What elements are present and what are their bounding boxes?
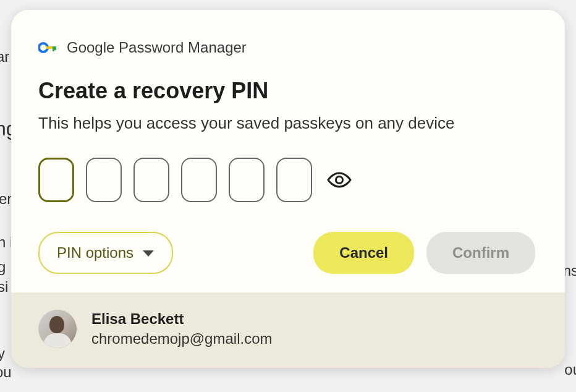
background-text: ou <box>0 364 12 381</box>
background-text: er <box>0 190 12 208</box>
pin-options-label: PIN options <box>57 244 133 262</box>
pin-digit-5[interactable] <box>229 158 265 202</box>
dialog-subtitle: This helps you access your saved passkey… <box>38 114 535 133</box>
user-info: Elisa Beckett chromedemojp@gmail.com <box>91 310 272 347</box>
background-text: y <box>0 345 5 362</box>
pin-digit-1[interactable] <box>38 158 74 202</box>
svg-rect-3 <box>54 46 56 50</box>
confirm-button: Confirm <box>426 232 535 274</box>
background-text: g <box>0 258 6 276</box>
chevron-down-icon <box>142 244 155 262</box>
background-text: si <box>0 278 8 296</box>
pin-digit-6[interactable] <box>276 158 312 202</box>
pin-digit-3[interactable] <box>133 158 169 202</box>
svg-point-4 <box>336 177 343 184</box>
dialog-title: Create a recovery PIN <box>38 78 535 104</box>
svg-rect-2 <box>53 46 54 51</box>
account-footer: Elisa Beckett chromedemojp@gmail.com <box>11 292 565 368</box>
user-name: Elisa Beckett <box>91 310 272 328</box>
background-text: ou <box>564 361 576 378</box>
background-text: ar <box>0 48 9 66</box>
cancel-button[interactable]: Cancel <box>313 232 414 274</box>
pin-digit-4[interactable] <box>181 158 217 202</box>
show-pin-eye-icon[interactable] <box>326 167 352 193</box>
pin-input-row <box>38 158 535 202</box>
app-name: Google Password Manager <box>67 39 247 56</box>
dialog-header: Google Password Manager <box>38 38 535 57</box>
recovery-pin-dialog: Google Password Manager Create a recover… <box>11 10 565 368</box>
user-email: chromedemojp@gmail.com <box>91 330 272 347</box>
dialog-buttons: PIN options Cancel Confirm <box>38 232 535 274</box>
password-manager-key-icon <box>38 38 57 57</box>
pin-options-dropdown[interactable]: PIN options <box>38 232 173 274</box>
svg-rect-1 <box>46 46 53 49</box>
avatar <box>38 310 77 348</box>
pin-digit-2[interactable] <box>86 158 122 202</box>
svg-point-0 <box>39 43 48 52</box>
